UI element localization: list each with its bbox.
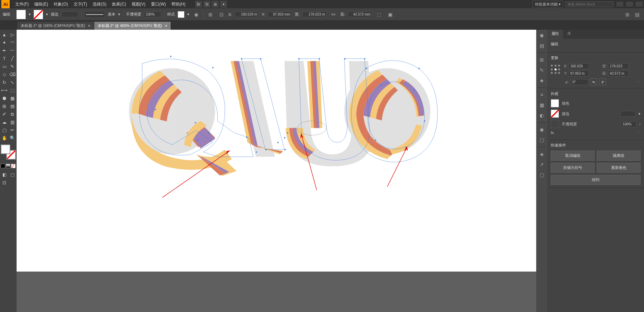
- pen-tool[interactable]: ✒: [1, 47, 8, 54]
- fill-stroke-swatches[interactable]: [1, 144, 16, 160]
- prop-w-input[interactable]: [608, 63, 629, 69]
- arrange-button[interactable]: 排列: [551, 175, 641, 185]
- shape-builder-tool[interactable]: ⬢: [1, 95, 8, 102]
- prop-x-input[interactable]: [568, 63, 589, 69]
- isolate-icon[interactable]: ▣: [386, 10, 394, 19]
- curvature-tool[interactable]: 〰: [9, 47, 16, 54]
- eraser-tool[interactable]: ⌫: [9, 71, 16, 78]
- brushes-panel-icon[interactable]: ✎: [538, 66, 546, 74]
- gradient-panel-icon[interactable]: ▦: [538, 101, 546, 109]
- appearance-stroke-weight[interactable]: [620, 111, 636, 117]
- symbols-panel-icon[interactable]: ♣: [538, 76, 546, 85]
- flip-h-icon[interactable]: ⇋: [590, 78, 597, 85]
- hand-tool[interactable]: ✋: [1, 134, 8, 142]
- menu-window[interactable]: 窗口(W): [148, 1, 169, 7]
- cb-x-input[interactable]: [235, 11, 259, 17]
- edit-toolbar[interactable]: ⊡: [1, 179, 8, 186]
- bridge-icon[interactable]: Br: [195, 1, 202, 8]
- scale-tool[interactable]: ⤡: [9, 79, 16, 86]
- draw-mode[interactable]: ◧: [1, 171, 8, 178]
- eyedropper-tool[interactable]: ✐: [1, 111, 8, 118]
- fx-button[interactable]: fx.: [551, 131, 555, 135]
- appearance-opacity[interactable]: [621, 121, 636, 127]
- symbol-tool[interactable]: ☁: [1, 119, 8, 126]
- document-tab-1[interactable]: 未标题-1* @ 100% (CMYK/GPU 预览) ×: [17, 22, 94, 30]
- cb-extra1-icon[interactable]: ⊞: [623, 10, 632, 19]
- direct-select-tool[interactable]: ▷: [9, 31, 16, 38]
- artboard-tool[interactable]: ▢: [1, 126, 8, 134]
- link-wh-icon[interactable]: ⚯: [329, 10, 338, 19]
- canvas-area[interactable]: [17, 30, 536, 312]
- library-tab[interactable]: 库: [563, 30, 575, 39]
- appearance-stroke-swatch[interactable]: [551, 110, 559, 118]
- rectangle-tool[interactable]: ▭: [1, 63, 8, 70]
- menu-text[interactable]: 文字(T): [71, 1, 90, 7]
- fill-swatch-tool[interactable]: [1, 144, 10, 154]
- search-input[interactable]: [565, 1, 614, 7]
- stroke-weight-input[interactable]: [61, 11, 78, 17]
- transform-more-icon[interactable]: ⋯: [637, 80, 641, 84]
- isolate-button[interactable]: 隔离组: [597, 151, 641, 161]
- graph-tool[interactable]: ▥: [9, 119, 16, 126]
- appearance-panel-icon[interactable]: ◉: [538, 125, 546, 134]
- flip-v-icon[interactable]: ⇵: [599, 78, 606, 85]
- cb-extra2-icon[interactable]: ▤: [633, 10, 641, 19]
- menu-select[interactable]: 选择(S): [90, 1, 109, 7]
- tab-close-icon[interactable]: ×: [88, 23, 91, 28]
- mesh-tool[interactable]: ⊞: [1, 103, 8, 110]
- gradient-tool[interactable]: ▤: [9, 103, 16, 110]
- prop-h-input[interactable]: [608, 70, 629, 76]
- rotate-input[interactable]: [571, 79, 588, 85]
- fill-swatch[interactable]: [16, 10, 26, 19]
- reference-point[interactable]: [551, 65, 561, 75]
- line-tool[interactable]: ╱: [9, 55, 16, 62]
- brush-def[interactable]: [84, 11, 105, 18]
- close-button[interactable]: [636, 2, 643, 7]
- color-panel-icon[interactable]: ◉: [538, 31, 546, 39]
- color-guide-icon[interactable]: ▤: [538, 41, 546, 50]
- stroke-panel-icon[interactable]: ≡: [538, 91, 546, 99]
- prop-y-input[interactable]: [568, 70, 589, 76]
- cb-h-input[interactable]: [348, 11, 372, 17]
- appearance-fill-swatch[interactable]: [551, 99, 559, 107]
- rotate-tool[interactable]: ↻: [1, 79, 8, 86]
- width-tool[interactable]: ⟷: [1, 87, 8, 94]
- style-swatch[interactable]: [178, 11, 184, 18]
- menu-object[interactable]: 对象(O): [51, 1, 70, 7]
- menu-file[interactable]: 文件(F): [12, 1, 31, 7]
- lasso-tool[interactable]: ◠: [9, 39, 16, 46]
- gradient-mode[interactable]: [6, 164, 10, 168]
- artboard[interactable]: [17, 30, 536, 272]
- menu-effect[interactable]: 效果(C): [109, 1, 129, 7]
- ungroup-button[interactable]: 取消编组: [551, 151, 595, 161]
- save-symbol-button[interactable]: 存储为符号: [551, 163, 595, 173]
- ref-point-icon[interactable]: ⊡: [217, 10, 226, 19]
- recolor-icon[interactable]: ◉: [192, 10, 200, 19]
- selection-tool[interactable]: ▲: [1, 31, 8, 38]
- blend-tool[interactable]: ⧉: [9, 111, 16, 118]
- stroke-swatch[interactable]: [34, 10, 43, 19]
- screen-mode[interactable]: ▢: [9, 171, 16, 178]
- none-mode[interactable]: ╱: [11, 164, 16, 168]
- tab-close-icon[interactable]: ×: [165, 23, 167, 28]
- color-mode[interactable]: [1, 164, 5, 168]
- document-tab-2[interactable]: 未标题-2* @ 400% (CMYK/GPU 预览) ×: [94, 22, 171, 30]
- menu-edit[interactable]: 编辑(E): [31, 1, 51, 7]
- free-transform-tool[interactable]: ⬚: [9, 87, 16, 94]
- cb-w-input[interactable]: [302, 11, 326, 17]
- shaper-tool[interactable]: ◇: [1, 71, 8, 78]
- properties-tab[interactable]: 属性: [547, 30, 563, 39]
- align-icon[interactable]: ⊞: [206, 10, 215, 19]
- type-tool[interactable]: T: [1, 55, 8, 62]
- asset-export-icon[interactable]: ↗: [538, 160, 546, 169]
- transparency-panel-icon[interactable]: ◐: [538, 111, 546, 120]
- cb-y-input[interactable]: [268, 11, 292, 17]
- appearance-more-icon[interactable]: ⋯: [637, 130, 641, 135]
- workspace-switcher[interactable]: 传统基本功能 ▾: [532, 1, 563, 8]
- brush-tool[interactable]: ✎: [9, 63, 16, 70]
- layers-panel-icon[interactable]: ◈: [538, 150, 546, 158]
- stock-icon[interactable]: St: [203, 1, 210, 8]
- transform-icon[interactable]: ⬚: [375, 10, 383, 19]
- opacity-input[interactable]: [144, 11, 161, 17]
- minimize-button[interactable]: [616, 2, 623, 7]
